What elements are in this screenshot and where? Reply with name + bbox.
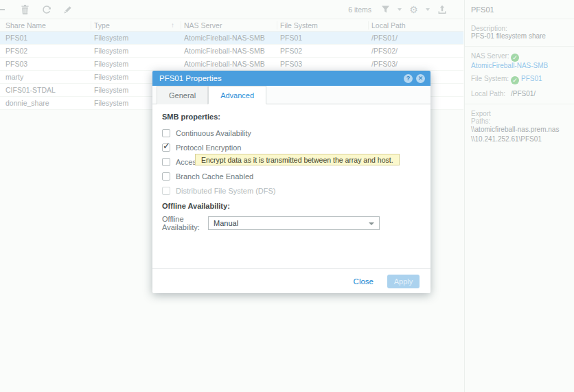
smb-properties-heading: SMB properties:	[162, 113, 421, 121]
dialog-footer: Close Apply	[152, 268, 430, 293]
dialog-header-icons: ? ✕	[404, 74, 425, 83]
checkbox-unchecked[interactable]	[162, 172, 170, 181]
checkbox-checked[interactable]: ✓	[162, 143, 170, 152]
dialog-header: PFS01 Properties ? ✕	[152, 71, 430, 86]
offline-availability-value: Manual	[214, 219, 238, 227]
pfs01-properties-dialog: PFS01 Properties ? ✕ General Advanced SM…	[152, 71, 430, 293]
tab-advanced[interactable]: Advanced	[208, 86, 266, 104]
checkbox-label: Continuous Availability	[176, 129, 251, 137]
checkmark-icon: ✓	[163, 141, 170, 151]
tab-general[interactable]: General	[157, 86, 208, 104]
close-icon[interactable]: ✕	[416, 74, 425, 83]
offline-availability-row: Offline Availability: Manual	[162, 215, 421, 231]
checkbox-row-continuous-availability[interactable]: Continuous Availability	[162, 126, 421, 140]
checkbox-label: Protocol Encryption	[176, 143, 241, 152]
select-caret-icon	[369, 222, 374, 225]
help-icon[interactable]: ?	[404, 74, 413, 83]
apply-button[interactable]: Apply	[387, 275, 420, 288]
close-button[interactable]: Close	[354, 277, 374, 286]
offline-availability-label: Offline Availability:	[162, 215, 208, 231]
checkbox-disabled	[162, 187, 170, 195]
checkbox-unchecked[interactable]	[162, 129, 170, 137]
offline-availability-heading: Offline Availability:	[162, 202, 421, 210]
checkbox-unchecked[interactable]	[162, 158, 170, 166]
checkbox-label: Distributed File System (DFS)	[176, 187, 275, 195]
offline-availability-select[interactable]: Manual	[208, 216, 380, 230]
dialog-title: PFS01 Properties	[159, 74, 222, 82]
checkbox-row-protocol-encryption[interactable]: ✓ Protocol Encryption	[162, 140, 421, 154]
checkbox-row-branch-cache-enabled[interactable]: Branch Cache Enabled	[162, 169, 421, 183]
dialog-tabs: General Advanced	[152, 86, 430, 104]
shares-screen: 6 items ⚙ Share Name Type ↑ NAS Server F…	[0, 0, 574, 392]
dialog-body: SMB properties: Continuous Availability …	[152, 104, 430, 268]
encryption-tooltip: Encrypt data as it is transmitted betwee…	[195, 154, 400, 165]
checkbox-label: Branch Cache Enabled	[176, 172, 253, 181]
checkbox-row-distributed-file-system: Distributed File System (DFS)	[162, 183, 421, 198]
